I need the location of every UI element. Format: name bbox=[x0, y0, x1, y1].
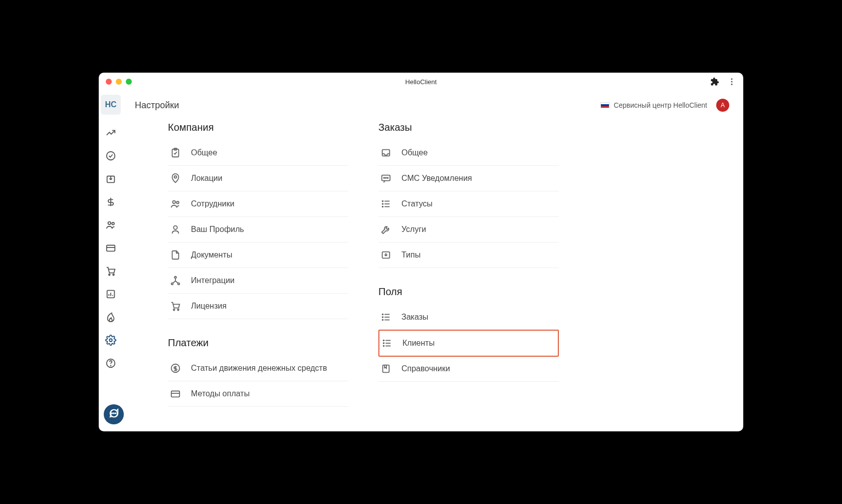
svg-point-10 bbox=[113, 274, 114, 276]
person-icon bbox=[170, 224, 181, 235]
sidebar-item-hot[interactable] bbox=[101, 307, 121, 329]
svg-point-58 bbox=[111, 413, 112, 414]
setting-payments-methods[interactable]: Методы оплаты bbox=[168, 381, 348, 407]
svg-point-54 bbox=[383, 343, 384, 344]
svg-point-5 bbox=[108, 222, 111, 225]
setting-company-locations[interactable]: Локации bbox=[168, 166, 348, 191]
setting-company-profile[interactable]: Ваш Профиль bbox=[168, 217, 348, 242]
sidebar-item-finance[interactable] bbox=[101, 192, 121, 214]
setting-company-integrations[interactable]: Интеграции bbox=[168, 268, 348, 294]
app-body: HC bbox=[99, 91, 743, 431]
setting-label: Документы bbox=[191, 250, 232, 260]
maximize-window-button[interactable] bbox=[126, 79, 132, 85]
sidebar-item-inbox[interactable] bbox=[101, 169, 121, 191]
setting-orders-services[interactable]: Услуги bbox=[378, 217, 559, 242]
setting-orders-sms[interactable]: СМС Уведомления bbox=[378, 166, 559, 191]
setting-company-general[interactable]: Общее bbox=[168, 140, 348, 166]
svg-point-6 bbox=[112, 222, 114, 225]
app-logo[interactable]: HC bbox=[101, 95, 121, 115]
setting-company-license[interactable]: Лицензия bbox=[168, 294, 348, 319]
avatar[interactable]: A bbox=[716, 99, 729, 112]
more-icon[interactable] bbox=[727, 77, 736, 86]
svg-rect-30 bbox=[171, 391, 180, 397]
section-fields: Поля Заказы Клиенты Справочники bbox=[378, 286, 559, 382]
card-icon bbox=[170, 388, 181, 399]
setting-label: Общее bbox=[191, 148, 217, 157]
svg-point-28 bbox=[177, 309, 179, 311]
extensions-icon[interactable] bbox=[710, 77, 719, 86]
app-window: HelloClient HC bbox=[99, 73, 743, 431]
sidebar-item-tasks[interactable] bbox=[101, 146, 121, 168]
gear-icon bbox=[105, 335, 116, 348]
titlebar: HelloClient bbox=[99, 73, 743, 91]
svg-point-2 bbox=[731, 84, 733, 85]
list-icon bbox=[380, 312, 391, 323]
section-company: Компания Общее Локации Сотрудники bbox=[168, 122, 348, 319]
setting-fields-orders[interactable]: Заказы bbox=[378, 305, 559, 330]
close-window-button[interactable] bbox=[106, 79, 112, 85]
section-title-fields: Поля bbox=[378, 286, 559, 298]
sidebar-item-trending[interactable] bbox=[101, 123, 121, 145]
svg-point-59 bbox=[113, 413, 114, 414]
setting-payments-cashflow[interactable]: Статьи движения денежных средств bbox=[168, 356, 348, 381]
sidebar: HC bbox=[99, 91, 123, 431]
svg-point-26 bbox=[178, 283, 180, 285]
cart-icon bbox=[170, 301, 181, 312]
topbar: Настройки Сервисный центр HelloClient A bbox=[123, 91, 743, 120]
traffic-lights bbox=[106, 79, 132, 85]
notifications-active-button[interactable] bbox=[554, 98, 568, 112]
setting-label: Статусы bbox=[401, 199, 433, 208]
minimize-window-button[interactable] bbox=[116, 79, 122, 85]
svg-point-47 bbox=[382, 314, 383, 315]
sidebar-item-reports[interactable] bbox=[101, 284, 121, 306]
check-circle-icon bbox=[105, 150, 116, 163]
list-icon bbox=[381, 338, 392, 349]
integrations-icon bbox=[170, 275, 181, 286]
setting-label: Статьи движения денежных средств bbox=[191, 364, 327, 373]
setting-company-documents[interactable]: Документы bbox=[168, 242, 348, 268]
chat-fab[interactable] bbox=[104, 404, 124, 424]
setting-label: СМС Уведомления bbox=[401, 174, 472, 183]
settings-col-right: Заказы Общее СМС Уведомления Статусы bbox=[378, 122, 559, 431]
setting-orders-statuses[interactable]: Статусы bbox=[378, 191, 559, 217]
svg-rect-7 bbox=[107, 245, 115, 251]
svg-point-40 bbox=[382, 201, 383, 202]
company-name: Сервисный центр HelloClient bbox=[613, 101, 707, 109]
section-orders: Заказы Общее СМС Уведомления Статусы bbox=[378, 122, 559, 268]
company-selector[interactable]: Сервисный центр HelloClient bbox=[600, 101, 707, 109]
people-icon bbox=[105, 219, 116, 232]
people-icon bbox=[170, 198, 181, 209]
svg-point-20 bbox=[174, 176, 177, 178]
svg-point-55 bbox=[383, 346, 384, 347]
setting-label: Клиенты bbox=[402, 339, 435, 348]
setting-label: Услуги bbox=[401, 225, 426, 234]
svg-point-25 bbox=[171, 283, 173, 285]
svg-point-15 bbox=[109, 339, 112, 342]
setting-label: Лицензия bbox=[191, 302, 227, 311]
clipboard-check-icon bbox=[170, 147, 181, 158]
sidebar-item-help[interactable] bbox=[101, 353, 121, 375]
main: Настройки Сервисный центр HelloClient A bbox=[123, 91, 743, 431]
list-icon bbox=[380, 198, 391, 209]
sidebar-item-cart[interactable] bbox=[101, 261, 121, 283]
setting-orders-types[interactable]: Типы bbox=[378, 242, 559, 268]
sidebar-item-card[interactable] bbox=[101, 238, 121, 260]
section-title-orders: Заказы bbox=[378, 122, 559, 133]
setting-company-staff[interactable]: Сотрудники bbox=[168, 191, 348, 217]
setting-label: Ваш Профиль bbox=[191, 225, 244, 234]
window-title: HelloClient bbox=[405, 78, 437, 86]
setting-fields-clients[interactable]: Клиенты bbox=[378, 330, 559, 357]
setting-label: Сотрудники bbox=[191, 199, 235, 208]
svg-point-9 bbox=[109, 274, 110, 276]
svg-point-42 bbox=[382, 206, 383, 207]
setting-fields-dictionaries[interactable]: Справочники bbox=[378, 356, 559, 382]
setting-orders-general[interactable]: Общее bbox=[378, 140, 559, 166]
sidebar-item-clients[interactable] bbox=[101, 215, 121, 237]
bar-chart-icon bbox=[105, 289, 116, 302]
svg-point-49 bbox=[382, 320, 383, 321]
download-icon bbox=[380, 249, 391, 261]
sidebar-item-settings[interactable] bbox=[101, 330, 121, 352]
setting-label: Локации bbox=[191, 174, 223, 183]
notifications-button[interactable] bbox=[577, 98, 591, 112]
titlebar-right bbox=[710, 77, 736, 86]
